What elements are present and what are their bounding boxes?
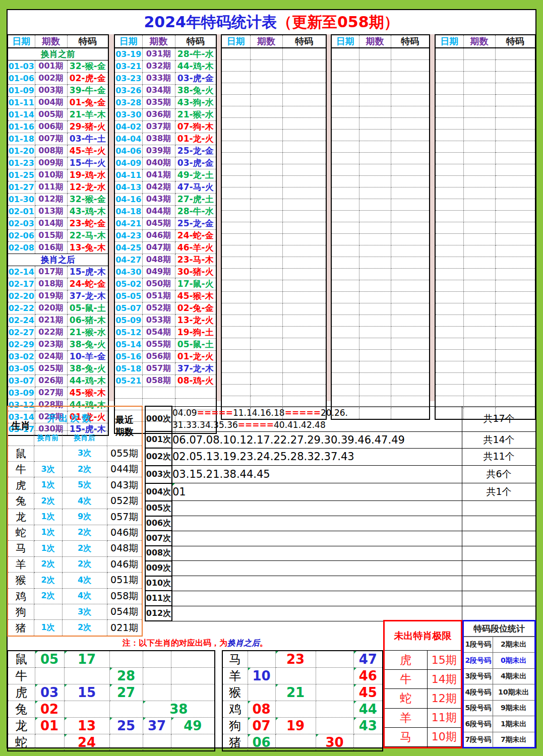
stats-after-count: 4次	[62, 588, 107, 604]
map-empty-cell	[35, 668, 64, 684]
missing-zodiac-name: 牛	[385, 670, 427, 689]
cell-special-code: 01-龙-火	[175, 351, 216, 363]
stats-recent-period: 052期	[107, 493, 142, 509]
history-row-empty	[221, 153, 326, 164]
cell-period: 026期	[35, 375, 67, 387]
missing-zodiac-limit-box: 未出特肖极限 虎15期牛14期蛇12期羊11期马10期	[383, 620, 462, 748]
segment-label: 7段号码	[464, 732, 493, 747]
cell-special-code: 24-蛇-金	[175, 230, 216, 242]
history-row-empty	[331, 350, 430, 361]
stats-zodiac: 鸡	[8, 588, 34, 604]
map-zodiac: 猴	[222, 684, 248, 701]
cell-date: 03-30	[114, 109, 142, 121]
map-empty-cell	[171, 668, 215, 684]
stats-before-count: 2次	[34, 556, 62, 572]
history-row-empty	[221, 315, 326, 327]
history-row: 04-11041期49-龙-土	[114, 169, 216, 181]
map-number: 38	[143, 701, 215, 718]
map-number: 27	[109, 684, 143, 701]
frequency-row: 009次	[145, 561, 536, 576]
stats-row: 虎1次5次043期	[8, 477, 142, 493]
history-row-empty	[221, 95, 326, 106]
history-row-empty	[435, 350, 535, 361]
stats-zodiac: 牛	[8, 461, 34, 477]
freq-label: 005次	[145, 501, 172, 516]
cell-date: 05-12	[114, 327, 142, 339]
missing-zodiac-row	[385, 746, 461, 747]
cell-period: 007期	[35, 133, 67, 145]
freq-label: 000次	[145, 406, 172, 431]
history-row-empty	[435, 280, 535, 292]
history-row-empty	[435, 130, 535, 141]
map-number: 08	[248, 701, 275, 718]
history-row: 01-03001期32-猴-金	[8, 60, 108, 73]
cell-period: 011期	[35, 181, 67, 194]
cell-special-code: 01-龙-火	[175, 133, 216, 145]
cell-special-code: 24-蛇-金	[67, 278, 108, 290]
stats-header-row-1: 生肖开出次数最近期数	[8, 406, 142, 430]
zodiac-stats-table: 生肖开出次数最近期数换肖前换肖后鼠3次055期牛3次2次044期虎1次5次043…	[7, 406, 143, 637]
cell-period: 035期	[142, 97, 175, 109]
history-row: 01-06002期02-虎-金	[8, 73, 108, 85]
map-empty-cell	[275, 668, 316, 684]
cell-period: 056期	[142, 351, 175, 363]
map-empty-cell	[171, 684, 215, 701]
cell-special-code: 44-鸡-木	[67, 375, 108, 387]
stats-zodiac: 龙	[8, 509, 34, 525]
history-row-empty	[221, 72, 326, 83]
note-row: 注：以下生肖的对应出码，为换肖之后。	[7, 636, 383, 650]
segment-value: 2期未出	[493, 637, 534, 653]
cell-date: 04-16	[114, 194, 142, 206]
history-row-empty	[221, 269, 326, 280]
segment-label: 5段号码	[464, 700, 493, 716]
history-row-empty	[221, 234, 326, 245]
stats-zodiac: 虎	[8, 477, 34, 493]
stats-recent-period: 057期	[107, 509, 142, 525]
stats-after-count: 2次	[62, 620, 107, 636]
cell-special-code: 32-猴-金	[67, 60, 108, 73]
history-row-empty	[221, 257, 326, 269]
freq-count	[462, 606, 536, 621]
cell-special-code: 23-马-木	[175, 254, 216, 266]
cell-date: 03-05	[8, 363, 35, 375]
freq-numbers: 02.05.13.19.23.24.25.28.32.37.43	[172, 448, 462, 466]
history-header-row: 日期期数特码	[114, 35, 216, 48]
map-row: 鸡0844	[222, 701, 383, 718]
history-row-empty	[221, 83, 326, 95]
history-row-empty	[221, 280, 326, 292]
history-row: 04-27048期23-马-木	[114, 254, 216, 266]
cell-special-code: 17-鼠-火	[175, 278, 216, 290]
history-row: 01-20008期45-羊-火	[8, 145, 108, 157]
history-row: 02-20019期37-龙-木	[8, 290, 108, 302]
cell-date: 05-21	[114, 375, 142, 387]
cell-special-code: 29-猪-火	[67, 121, 108, 133]
cell-special-code: 08-鸡-火	[175, 375, 216, 387]
segment-row: 5段号码9期未出	[464, 700, 534, 716]
cell-period: 006期	[35, 121, 67, 133]
history-row-empty	[221, 187, 326, 199]
history-row: 04-23046期24-蛇-金	[114, 230, 216, 242]
page-title-main: 2024年特码统计表	[144, 13, 277, 31]
map-row: 龙0113253749	[8, 718, 215, 734]
map-empty-cell	[64, 668, 109, 684]
group-separator	[217, 34, 221, 401]
cell-date: 05-16	[114, 351, 142, 363]
history-row: 03-19031期28-牛-水	[114, 48, 216, 60]
header-code: 特码	[175, 35, 216, 48]
map-empty-cell	[171, 651, 215, 668]
map-empty-cell	[316, 718, 353, 734]
frequency-row: 001次06.07.08.10.12.17.22.27.29.30.39.46.…	[145, 431, 536, 448]
cell-period: 016期	[35, 242, 67, 254]
segment-label: 6段号码	[464, 716, 493, 732]
cell-period: 051期	[142, 290, 175, 302]
cell-date: 02-24	[8, 314, 35, 327]
map-number: 37	[143, 718, 171, 734]
history-row: 05-05051期45-猴-木	[114, 290, 216, 302]
header-date: 日期	[8, 35, 35, 48]
map-number: 25	[109, 718, 143, 734]
history-row: 02-08016期13-兔-木	[8, 242, 108, 254]
cell-special-code: 30-猪-火	[175, 266, 216, 278]
map-empty-cell	[109, 701, 143, 718]
stats-recent-period: 046期	[107, 525, 142, 540]
cell-special-code: 21-猴-水	[175, 109, 216, 121]
